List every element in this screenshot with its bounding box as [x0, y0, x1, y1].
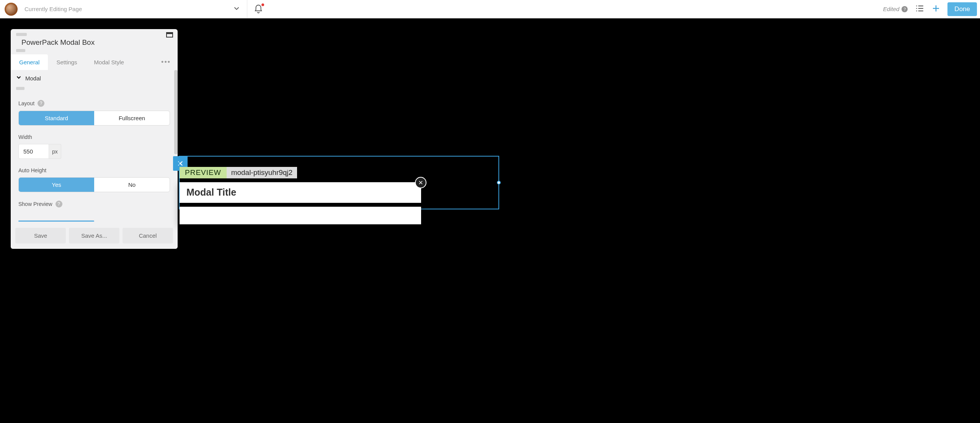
panel-title: PowerPack Modal Box	[16, 38, 172, 47]
maximize-icon[interactable]	[166, 32, 173, 38]
topbar-left: Currently Editing Page	[3, 3, 82, 16]
help-icon[interactable]: ?	[56, 201, 62, 207]
help-icon: ?	[902, 6, 908, 12]
edited-status[interactable]: Edited ?	[883, 6, 908, 12]
placeholder-icon	[16, 87, 24, 90]
panel-body[interactable]: Modal Layout ? Standard Fullscreen Width…	[11, 70, 178, 224]
page-switcher[interactable]	[82, 4, 241, 14]
help-icon[interactable]: ?	[38, 100, 44, 107]
layout-option-fullscreen[interactable]: Fullscreen	[94, 111, 170, 125]
panel-header[interactable]: PowerPack Modal Box	[11, 29, 178, 54]
segmented-underline	[18, 220, 94, 222]
field-show-preview: Show Preview ?	[11, 194, 178, 214]
section-label: Modal	[25, 75, 41, 82]
width-input[interactable]	[18, 144, 49, 159]
outline-button[interactable]	[915, 3, 924, 15]
modal-close-button[interactable]	[415, 177, 426, 188]
width-unit[interactable]: px	[49, 144, 61, 159]
plus-icon	[931, 4, 941, 13]
bell-icon	[253, 9, 263, 15]
panel-footer: Save Save As... Cancel	[11, 224, 178, 249]
add-button[interactable]	[931, 4, 941, 15]
width-label: Width	[18, 134, 170, 140]
tab-general[interactable]: General	[11, 54, 48, 70]
field-layout: Layout ? Standard Fullscreen	[11, 94, 178, 128]
notifications-button[interactable]	[253, 4, 263, 14]
save-as-button[interactable]: Save As...	[69, 228, 119, 243]
modal-preview: Modal Title	[180, 182, 421, 224]
module-settings-panel: PowerPack Modal Box General Settings Mod…	[11, 29, 178, 249]
panel-tabs: General Settings Modal Style •••	[11, 54, 178, 70]
modal-gap	[180, 203, 421, 207]
auto-height-label: Auto Height	[18, 167, 170, 173]
topbar-right: Edited ? Done	[883, 2, 977, 16]
drag-handle-icon	[16, 33, 27, 36]
ellipsis-icon: •••	[161, 58, 171, 66]
auto-height-yes[interactable]: Yes	[19, 178, 94, 192]
tab-modal-style[interactable]: Modal Style	[86, 54, 132, 70]
page-title: Currently Editing Page	[24, 6, 82, 12]
outline-icon	[915, 3, 924, 13]
chevron-down-icon	[232, 4, 241, 14]
preview-badge: PREVIEW	[180, 167, 227, 178]
tab-settings[interactable]: Settings	[48, 54, 85, 70]
modal-body	[180, 207, 421, 224]
edited-status-text: Edited	[883, 6, 900, 12]
field-width: Width px	[11, 128, 178, 161]
done-button[interactable]: Done	[947, 2, 977, 16]
section-header-modal[interactable]: Modal	[11, 70, 178, 85]
auto-height-segmented: Yes No	[18, 177, 170, 192]
preview-tag: PREVIEW modal-ptisyuhr9qj2	[180, 167, 297, 178]
layout-segmented: Standard Fullscreen	[18, 111, 170, 126]
drag-handle-icon	[16, 49, 25, 52]
modal-header: Modal Title	[180, 182, 421, 203]
close-icon	[418, 180, 423, 185]
save-button[interactable]: Save	[15, 228, 66, 243]
preview-id: modal-ptisyuhr9qj2	[227, 167, 297, 178]
show-preview-label: Show Preview ?	[18, 201, 170, 207]
app-logo-icon[interactable]	[5, 3, 18, 16]
modal-title: Modal Title	[186, 187, 414, 198]
resize-handle-right[interactable]	[497, 181, 501, 185]
top-bar: Currently Editing Page Edited ? Done	[0, 0, 980, 18]
layout-label: Layout ?	[18, 100, 170, 107]
chevron-down-icon	[15, 74, 22, 82]
cancel-button[interactable]: Cancel	[122, 228, 173, 243]
layout-option-standard[interactable]: Standard	[19, 111, 94, 125]
notification-dot-icon	[261, 3, 264, 6]
tabs-more-button[interactable]: •••	[154, 58, 178, 66]
auto-height-no[interactable]: No	[94, 178, 170, 192]
field-auto-height: Auto Height Yes No	[11, 161, 178, 194]
scrollbar-thumb[interactable]	[174, 70, 178, 154]
divider	[247, 0, 247, 18]
